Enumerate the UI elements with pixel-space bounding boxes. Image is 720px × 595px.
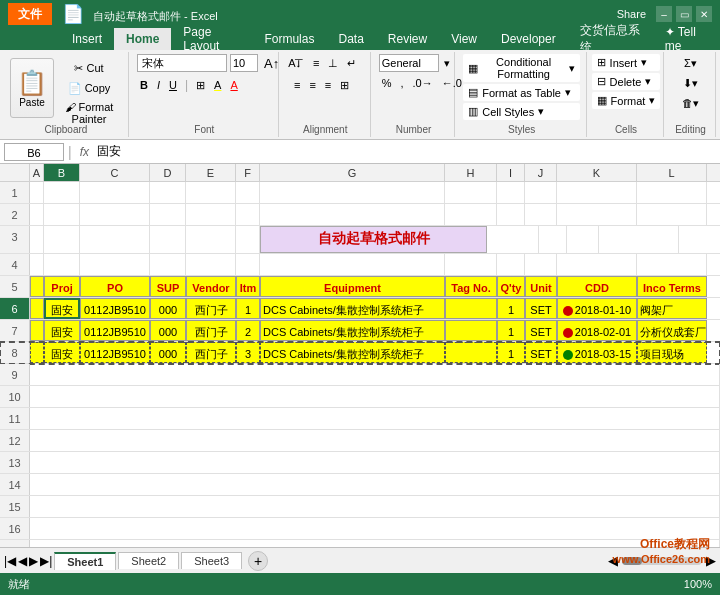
cell-a2[interactable] xyxy=(30,204,44,225)
col-header-d[interactable]: D xyxy=(150,164,186,181)
formula-input[interactable] xyxy=(97,145,716,159)
col-header-h[interactable]: H xyxy=(445,164,497,181)
cell-l4[interactable] xyxy=(637,254,707,275)
wrap-text-button[interactable]: ↵ xyxy=(344,54,359,72)
fill-color-button[interactable]: A xyxy=(211,76,224,94)
clear-button[interactable]: 🗑▾ xyxy=(679,94,702,112)
cell-h3[interactable] xyxy=(487,226,539,253)
cell-k1[interactable] xyxy=(557,182,637,203)
col-header-i[interactable]: I xyxy=(497,164,525,181)
format-cells-button[interactable]: ▦ Format ▾ xyxy=(592,92,661,109)
cell-b8[interactable]: 固安 xyxy=(44,342,80,363)
cell-f7[interactable]: 2 xyxy=(236,320,260,341)
cell-g2[interactable] xyxy=(260,204,445,225)
sheet-nav-next[interactable]: ▶ xyxy=(29,554,38,568)
align-center-button[interactable]: ≡ xyxy=(306,76,318,94)
cell-j3[interactable] xyxy=(567,226,599,253)
cell-l5[interactable]: Inco Terms xyxy=(637,276,707,297)
cell-k4[interactable] xyxy=(557,254,637,275)
col-header-j[interactable]: J xyxy=(525,164,557,181)
autosum-button[interactable]: Σ▾ xyxy=(681,54,700,72)
cell-a4[interactable] xyxy=(30,254,44,275)
cell-d5[interactable]: SUP xyxy=(150,276,186,297)
paste-button[interactable]: 📋 Paste xyxy=(10,58,54,118)
cell-i8[interactable]: 1 xyxy=(497,342,525,363)
cell-a1[interactable] xyxy=(30,182,44,203)
tab-review[interactable]: Review xyxy=(376,28,439,50)
number-format-input[interactable] xyxy=(379,54,439,72)
cell-d4[interactable] xyxy=(150,254,186,275)
number-format-dropdown[interactable]: ▾ xyxy=(441,54,453,72)
cell-b6[interactable]: 固安 xyxy=(44,298,80,319)
cell-j7[interactable]: SET xyxy=(525,320,557,341)
cell-j8[interactable]: SET xyxy=(525,342,557,363)
cell-g5[interactable]: Equipment xyxy=(260,276,445,297)
cell-e2[interactable] xyxy=(186,204,236,225)
tab-insert[interactable]: Insert xyxy=(60,28,114,50)
cell-b4[interactable] xyxy=(44,254,80,275)
cell-i3[interactable] xyxy=(539,226,567,253)
minimize-button[interactable]: – xyxy=(656,6,672,22)
cell-c3[interactable] xyxy=(80,226,150,253)
cell-i6[interactable]: 1 xyxy=(497,298,525,319)
cell-g1[interactable] xyxy=(260,182,445,203)
cell-l1[interactable] xyxy=(637,182,707,203)
cell-e3[interactable] xyxy=(186,226,236,253)
col-header-f[interactable]: F xyxy=(236,164,260,181)
cell-d7[interactable]: 000 xyxy=(150,320,186,341)
cell-h5[interactable]: Tag No. xyxy=(445,276,497,297)
cell-empty-13[interactable] xyxy=(30,452,720,473)
cell-h1[interactable] xyxy=(445,182,497,203)
restore-button[interactable]: ▭ xyxy=(676,6,692,22)
tab-tellme[interactable]: ✦ Tell me xyxy=(653,28,720,50)
cell-k7[interactable]: 2018-02-01 xyxy=(557,320,637,341)
col-header-e[interactable]: E xyxy=(186,164,236,181)
add-sheet-button[interactable]: + xyxy=(248,551,268,571)
cell-d8[interactable]: 000 xyxy=(150,342,186,363)
cell-c1[interactable] xyxy=(80,182,150,203)
tab-developer[interactable]: Developer xyxy=(489,28,568,50)
cell-k3[interactable] xyxy=(599,226,679,253)
col-header-l[interactable]: L xyxy=(637,164,707,181)
cell-f2[interactable] xyxy=(236,204,260,225)
comma-button[interactable]: , xyxy=(398,74,407,92)
cell-a6[interactable] xyxy=(30,298,44,319)
cell-empty-14[interactable] xyxy=(30,474,720,495)
cell-g7[interactable]: DCS Cabinets/集散控制系统柜子 xyxy=(260,320,445,341)
cell-f5[interactable]: Itm xyxy=(236,276,260,297)
cell-b2[interactable] xyxy=(44,204,80,225)
cell-i4[interactable] xyxy=(497,254,525,275)
italic-button[interactable]: I xyxy=(154,76,163,94)
cell-a7[interactable] xyxy=(30,320,44,341)
cell-i1[interactable] xyxy=(497,182,525,203)
font-size-input[interactable] xyxy=(230,54,258,72)
cell-g8[interactable]: DCS Cabinets/集散控制系统柜子 xyxy=(260,342,445,363)
cell-c4[interactable] xyxy=(80,254,150,275)
cell-i5[interactable]: Q'ty xyxy=(497,276,525,297)
cell-f3[interactable] xyxy=(236,226,260,253)
format-painter-button[interactable]: 🖌 Format Painter xyxy=(56,99,122,117)
tab-jiaofu[interactable]: 交货信息系统 xyxy=(568,28,653,50)
cell-b5[interactable]: Proj xyxy=(44,276,80,297)
cell-j6[interactable]: SET xyxy=(525,298,557,319)
cell-empty-10[interactable] xyxy=(30,386,720,407)
cell-k5[interactable]: CDD xyxy=(557,276,637,297)
cell-c8[interactable]: 0112JB9510 xyxy=(80,342,150,363)
cut-button[interactable]: ✂ Cut xyxy=(56,59,122,77)
sheet-nav-first[interactable]: |◀ xyxy=(4,554,16,568)
tab-data[interactable]: Data xyxy=(326,28,375,50)
cell-f4[interactable] xyxy=(236,254,260,275)
sheet-tab-sheet1[interactable]: Sheet1 xyxy=(54,552,116,570)
cell-h7[interactable] xyxy=(445,320,497,341)
cell-h4[interactable] xyxy=(445,254,497,275)
increase-font-button[interactable]: A↑ xyxy=(261,54,282,72)
cell-f6[interactable]: 1 xyxy=(236,298,260,319)
border-button[interactable]: ⊞ xyxy=(193,76,208,94)
cell-empty-12[interactable] xyxy=(30,430,720,451)
cell-title-merged[interactable]: 自动起草格式邮件 xyxy=(260,226,487,253)
cell-f8[interactable]: 3 xyxy=(236,342,260,363)
percent-button[interactable]: % xyxy=(379,74,395,92)
sheet-tab-sheet2[interactable]: Sheet2 xyxy=(118,552,179,569)
cell-h2[interactable] xyxy=(445,204,497,225)
cell-h8[interactable] xyxy=(445,342,497,363)
